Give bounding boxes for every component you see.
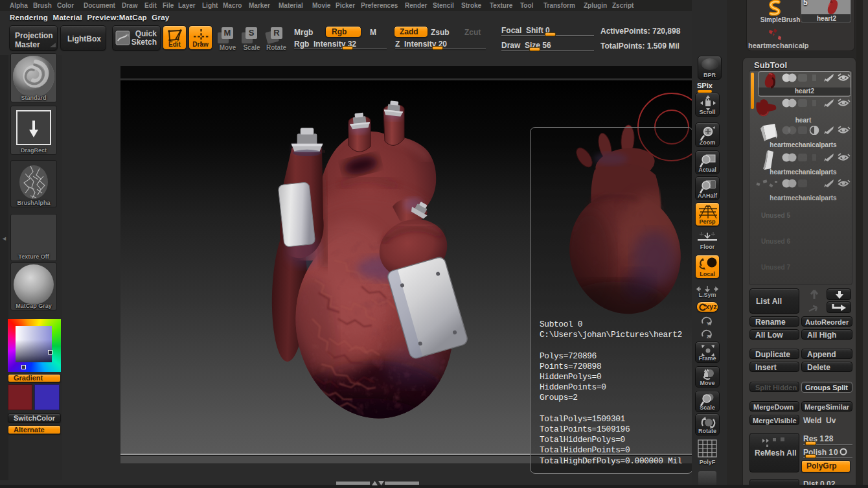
svg-text:Y: Y: [707, 321, 710, 326]
svg-text:Z: Z: [707, 334, 710, 339]
